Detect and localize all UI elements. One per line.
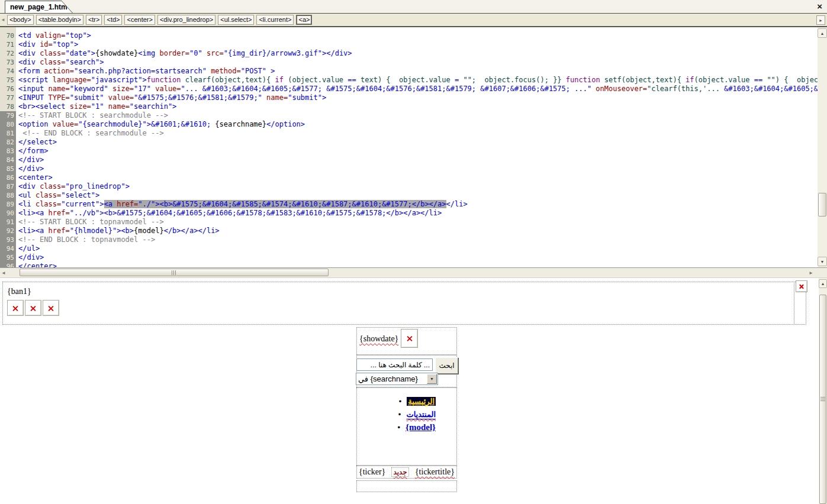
code-hscroll-thumb[interactable]: [20, 269, 329, 276]
line-number: 74: [0, 67, 14, 76]
line-number: 81: [0, 129, 14, 138]
code-line-82[interactable]: 82</select>: [0, 138, 818, 147]
ticker-new-label: جديد: [391, 467, 408, 477]
close-icon[interactable]: ×: [817, 1, 822, 12]
code-line-79[interactable]: 79<!-- START BLOCK : searchmodule -->: [0, 111, 818, 120]
scroll-up-button[interactable]: ▲: [818, 28, 827, 38]
tag-scroll-right-button[interactable]: ►: [816, 15, 825, 25]
code-text: <ul class="select">: [18, 191, 99, 200]
design-view[interactable]: {ban1} {showdate} ابحث في {searchname} ▼…: [0, 278, 819, 504]
code-text: </select>: [18, 138, 57, 147]
line-number: 84: [0, 156, 14, 164]
code-line-88[interactable]: 88<ul class="select">: [0, 191, 818, 200]
code-line-70[interactable]: 70<td valign="top">: [0, 31, 818, 40]
code-line-83[interactable]: 83</form>: [0, 147, 818, 156]
broken-image-icon[interactable]: [25, 300, 41, 316]
chevron-down-icon[interactable]: ▼: [427, 374, 437, 384]
line-number: 94: [0, 244, 14, 253]
tag-path-button[interactable]: <center>: [124, 15, 155, 25]
search-input[interactable]: [356, 358, 433, 371]
code-text: <li><a href="{hlmodel}"><b>{model}</b></…: [18, 227, 220, 235]
document-tab[interactable]: new_page_1.htm*: [5, 1, 73, 14]
code-hscrollbar[interactable]: ◄ ►: [0, 267, 827, 278]
thumb-grip: [820, 397, 825, 402]
design-vscroll-thumb[interactable]: [819, 295, 826, 504]
search-scope-select[interactable]: في {searchname} ▼: [356, 373, 438, 385]
broken-image-icon[interactable]: [401, 329, 418, 348]
broken-image-icon[interactable]: [7, 300, 24, 316]
banner-cell-divider: [794, 282, 795, 325]
code-line-90[interactable]: 90<li><a href="../vb"><b>&#1575;&#1604;&…: [0, 209, 818, 218]
code-line-86[interactable]: 86<center>: [0, 173, 818, 182]
code-line-77[interactable]: 77<INPUT TYPE="submit" value="&#1575;&#1…: [0, 93, 818, 102]
code-text: <br><select size="1" name="searchin">: [18, 102, 176, 111]
tag-path-button[interactable]: <body>: [7, 15, 34, 25]
code-text: <div id="top">: [18, 40, 78, 49]
nav-item-label[interactable]: المنتديات: [406, 409, 436, 419]
code-line-92[interactable]: 92<li><a href="{hlmodel}"><b>{model}</b>…: [0, 227, 818, 235]
code-text: </center>: [18, 262, 57, 267]
code-text: <li class="current"><a href="./"><b>&#15…: [18, 200, 468, 209]
tag-path-button[interactable]: <a>: [296, 15, 312, 25]
code-line-74[interactable]: 74<form action="search.php?action=starts…: [0, 67, 818, 76]
line-number: 73: [0, 58, 14, 67]
scroll-up-icon: ▲: [820, 31, 825, 35]
code-line-93[interactable]: 93<!-- END BLOCK : topnavmodel -->: [0, 235, 818, 244]
nav-item[interactable]: •{model}: [356, 421, 436, 434]
banner-placeholder-text: {ban1}: [7, 287, 31, 296]
bullet-icon: •: [397, 423, 400, 432]
tag-path-button[interactable]: <table.bodyin>: [36, 15, 83, 25]
scroll-up-button[interactable]: ▲: [819, 279, 827, 288]
editor-window: new_page_1.htm* × ◄ <body><table.bodyin>…: [0, 0, 827, 504]
code-text: <input name="keyword" size="17" value=".…: [18, 85, 818, 93]
code-line-96[interactable]: 96</center>: [0, 262, 818, 267]
line-number: 95: [0, 253, 14, 262]
code-line-73[interactable]: 73<div class="search">: [0, 58, 818, 67]
empty-cell: [356, 480, 457, 492]
code-text: <option value="{searchmodule}">&#1601;&#…: [18, 120, 305, 129]
scroll-right-icon[interactable]: ►: [809, 270, 813, 276]
code-line-78[interactable]: 78<br><select size="1" name="searchin">: [0, 102, 818, 111]
code-vscroll-thumb[interactable]: [818, 193, 826, 217]
nav-item[interactable]: •المنتديات: [356, 408, 436, 421]
code-text: <div class="search">: [18, 58, 104, 67]
code-line-80[interactable]: 80<option value="{searchmodule}">&#1601;…: [0, 120, 818, 129]
line-number: 79: [0, 111, 14, 120]
code-line-72[interactable]: 72<div class="date">{showdate}<img borde…: [0, 49, 818, 58]
tag-path-button[interactable]: <div.pro_linedrop>: [157, 15, 215, 25]
scroll-left-icon[interactable]: ◄: [1, 270, 6, 276]
line-number: 90: [0, 209, 14, 218]
nav-item-label[interactable]: الرئيسية: [407, 397, 436, 406]
tag-path-button[interactable]: <td>: [104, 15, 122, 25]
line-number: 87: [0, 182, 14, 191]
tag-scroll-left-icon[interactable]: ◄: [1, 17, 5, 22]
code-vscrollbar[interactable]: ▲ ▼: [818, 27, 827, 267]
code-editor[interactable]: 70<td valign="top">71<div id="top">72<di…: [0, 27, 818, 267]
scroll-down-button[interactable]: ▼: [818, 257, 827, 266]
broken-image-icon[interactable]: [43, 300, 59, 316]
code-line-75[interactable]: 75<script language="javascript">function…: [0, 76, 818, 85]
code-text: <!-- START BLOCK : topnavmodel -->: [18, 218, 164, 227]
tag-path-button[interactable]: <tr>: [86, 15, 102, 25]
line-number: 86: [0, 173, 14, 182]
code-line-91[interactable]: 91<!-- START BLOCK : topnavmodel -->: [0, 218, 818, 227]
code-line-71[interactable]: 71<div id="top">: [0, 40, 818, 49]
tag-path-button[interactable]: <li.current>: [256, 15, 294, 25]
code-text: <div class="date">{showdate}<img border=…: [18, 49, 352, 58]
code-line-76[interactable]: 76<input name="keyword" size="17" value=…: [0, 85, 818, 93]
code-line-81[interactable]: 81 <!-- END BLOCK : searchmodule -->: [0, 129, 818, 138]
code-line-89[interactable]: 89<li class="current"><a href="./"><b>&#…: [0, 200, 818, 209]
code-line-95[interactable]: 95</div>: [0, 253, 818, 262]
search-button[interactable]: ابحث: [435, 357, 458, 374]
broken-image-icon[interactable]: [796, 280, 807, 292]
code-line-85[interactable]: 85</div>: [0, 164, 818, 173]
design-vscrollbar[interactable]: ▲: [819, 278, 827, 504]
code-text: </ul>: [18, 244, 40, 253]
scroll-up-icon: ▲: [821, 282, 825, 286]
tag-path-button[interactable]: <ul.select>: [218, 15, 254, 25]
code-line-87[interactable]: 87<div class="pro_linedrop">: [0, 182, 818, 191]
code-line-94[interactable]: 94</ul>: [0, 244, 818, 253]
code-line-84[interactable]: 84</div>: [0, 156, 818, 164]
nav-item[interactable]: •الرئيسية: [356, 395, 436, 408]
nav-item-label[interactable]: {model}: [406, 422, 436, 432]
